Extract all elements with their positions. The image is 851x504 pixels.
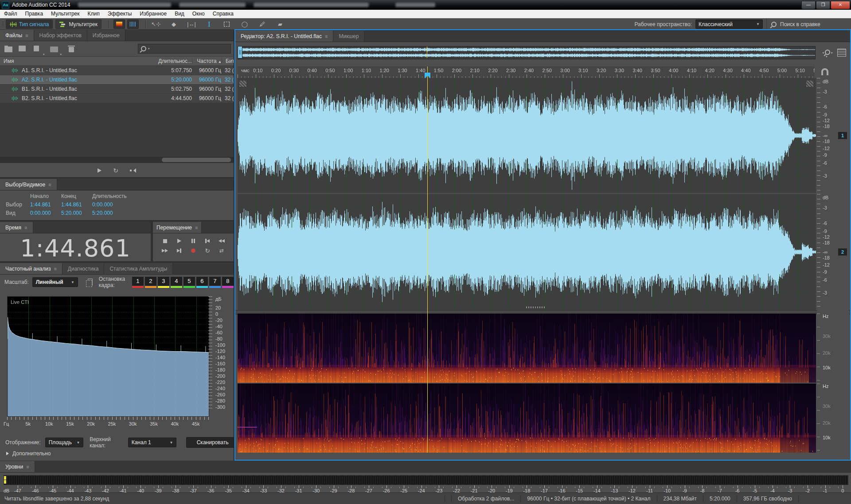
files-horizontal-scrollbar[interactable] (0, 157, 234, 163)
file-row[interactable]: A2. S.R.I. - Untitled.flac5:20.00096000 … (0, 75, 234, 85)
toolbar-grip[interactable] (2, 21, 4, 28)
marquee-selection-tool[interactable] (221, 20, 233, 28)
tab-mixer[interactable]: Микшер (333, 31, 364, 42)
panel-menu-icon[interactable]: ≡ (195, 225, 198, 230)
hold-frame-button-8[interactable]: 8 (222, 277, 234, 288)
panel-menu-icon[interactable]: ≡ (26, 464, 29, 469)
skip-to-end-button[interactable] (173, 246, 185, 256)
app-logo-icon[interactable]: Au (2, 1, 9, 9)
rewind-button[interactable] (215, 236, 228, 246)
channel-badge-2[interactable]: 2 (838, 248, 847, 256)
spectrogram-channel-1[interactable] (238, 314, 816, 383)
skip-selection-button[interactable]: ⇄ (215, 246, 228, 256)
time-value[interactable]: 5:20.000 (61, 210, 92, 216)
panel-menu-icon[interactable]: ≡ (24, 225, 27, 230)
preview-play-button[interactable] (98, 168, 101, 173)
help-search-input[interactable]: Поиск в справке (766, 19, 851, 30)
files-search-input[interactable]: ▾ (138, 44, 231, 54)
play-button[interactable] (173, 236, 185, 246)
time-value[interactable]: 1:44.861 (61, 202, 92, 208)
time-value[interactable]: 0:00.000 (30, 210, 61, 216)
close-button[interactable]: ✕ (831, 1, 850, 9)
tab-selection-view[interactable]: Выбор/Видимое≡ (0, 179, 57, 190)
panel-menu-icon[interactable]: ≡ (48, 182, 51, 187)
file-row[interactable]: B2. S.R.I. - Untitled.flac4:44.50096000 … (0, 94, 234, 103)
hz-scale-channel-2[interactable]: Hz30k20k10k (817, 384, 849, 453)
menu-Избранное[interactable]: Избранное (136, 10, 171, 18)
column-duration[interactable]: Длительнос... (156, 58, 192, 64)
pause-button[interactable] (187, 236, 199, 246)
file-row[interactable]: B1. S.R.I. - Untitled.flac5:02.75096000 … (0, 85, 234, 94)
menu-Окно[interactable]: Окно (188, 10, 209, 18)
spectrogram-channel-2[interactable] (238, 384, 816, 453)
menu-Эффекты[interactable]: Эффекты (104, 10, 136, 18)
snap-magnet-icon[interactable] (821, 68, 828, 75)
tab-Частотный анализ[interactable]: Частотный анализ≡ (0, 263, 62, 274)
razor-tool[interactable]: ◆ (168, 20, 180, 28)
file-row[interactable]: A1. S.R.I. - Untitled.flac5:07.75096000 … (0, 66, 234, 75)
preview-loop-button[interactable]: ↻ (113, 167, 118, 174)
record-button[interactable] (187, 246, 199, 256)
minimize-button[interactable]: — (801, 1, 816, 9)
display-dropdown[interactable]: Площадь▼ (45, 438, 84, 447)
paintbrush-selection-tool[interactable]: 🖉 (257, 20, 268, 28)
waveform-overview[interactable] (238, 46, 816, 59)
menu-Клип[interactable]: Клип (84, 10, 104, 18)
scrollbar-thumb[interactable] (162, 158, 231, 162)
stop-button[interactable] (159, 236, 171, 246)
advanced-expander[interactable]: Дополнительно (6, 450, 51, 457)
hold-frame-button-7[interactable]: 7 (209, 277, 221, 288)
tab-Набор эффектов[interactable]: Набор эффектов (34, 30, 87, 41)
menu-Вид[interactable]: Вид (171, 10, 188, 18)
column-name[interactable]: Имя (0, 58, 156, 64)
new-file-icon[interactable] (33, 46, 42, 52)
column-sample-rate[interactable]: Частота ▲ (192, 58, 222, 64)
spectral-display-button[interactable] (113, 19, 125, 29)
tab-transport[interactable]: Перемещение≡ (153, 222, 202, 233)
panel-menu-icon[interactable]: ≡ (325, 34, 328, 39)
waveform-channel-1[interactable] (238, 78, 816, 193)
lasso-selection-tool[interactable]: ◯ (239, 20, 250, 28)
top-channel-dropdown[interactable]: Канал 1▼ (128, 438, 177, 447)
db-scale-channel-2[interactable]: dB-3-6-9-12-18-∞-18-12-9-6-32 (817, 194, 849, 310)
time-value[interactable]: 1:44.861 (30, 202, 61, 208)
time-value[interactable]: 5:20.000 (92, 210, 123, 216)
channel-badge-1[interactable]: 1 (838, 132, 847, 139)
menu-Мультитрек[interactable]: Мультитрек (47, 10, 83, 18)
level-meter[interactable] (4, 475, 848, 485)
frequency-analysis-graph[interactable] (7, 296, 209, 417)
files-list-header[interactable]: Имя Длительнос... Частота ▲ Битовая глуб… (0, 56, 234, 66)
zoom-navigate-icon[interactable]: ◂▸▾ (823, 48, 832, 58)
open-file-icon[interactable] (4, 46, 13, 52)
hold-frame-button-1[interactable]: 1 (132, 277, 144, 288)
insert-into-multitrack-icon[interactable] (50, 46, 59, 52)
timeline-ruler[interactable]: чмс 0:100:200:300:400:501:001:101:201:30… (238, 66, 815, 78)
playhead-line[interactable] (427, 66, 428, 453)
tab-editor[interactable]: Редактор: A2. S.R.I. - Untitled.flac≡ (235, 31, 333, 42)
delete-file-icon[interactable] (67, 46, 76, 52)
column-bit-depth[interactable]: Битовая глубина (222, 58, 234, 64)
maximize-button[interactable]: ❐ (816, 1, 830, 9)
menu-Правка[interactable]: Правка (21, 10, 47, 18)
overview-range-handle[interactable] (238, 46, 242, 58)
import-file-icon[interactable] (19, 46, 27, 52)
copy-graph-icon[interactable] (88, 279, 93, 286)
db-scale-channel-1[interactable]: dB-3-6-9-12-18-∞-18-12-9-6-31 (817, 78, 849, 193)
tab-time[interactable]: Время≡ (0, 222, 33, 233)
preview-autoplay-speaker-button[interactable] (130, 168, 136, 173)
scan-button[interactable]: Сканировать (186, 437, 239, 448)
waveform-channel-2[interactable] (238, 194, 816, 310)
menu-Файл[interactable]: Файл (0, 10, 21, 18)
scale-dropdown[interactable]: Линейный▼ (32, 277, 78, 287)
spot-healing-brush-tool[interactable]: ▰ (274, 20, 286, 28)
time-value[interactable]: 0:00.000 (92, 202, 123, 208)
panel-menu-icon[interactable]: ≡ (54, 266, 56, 271)
tab-Статистика Амплитуды[interactable]: Статистика Амплитуды (104, 263, 173, 274)
tab-levels[interactable]: Уровни≡ (0, 461, 35, 472)
tab-Избранное[interactable]: Избранное (87, 30, 125, 41)
waveform-display-button[interactable] (127, 19, 139, 29)
skip-to-start-button[interactable] (201, 236, 214, 246)
panel-menu-icon[interactable]: ≡ (25, 33, 28, 38)
tab-Файлы[interactable]: Файлы≡ (0, 30, 34, 41)
move-tool[interactable]: ↖⊹ (150, 20, 162, 28)
